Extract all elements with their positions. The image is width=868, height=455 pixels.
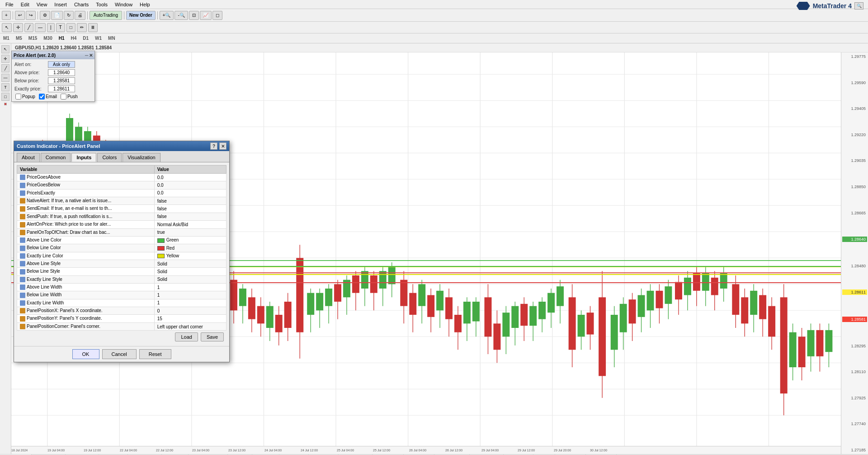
line-btn[interactable]: ╱ (24, 23, 33, 32)
push-checkbox[interactable] (61, 94, 66, 100)
panel-minimize-btn[interactable]: ─ (85, 53, 88, 58)
dialog-close-btn[interactable]: ✕ (219, 142, 226, 150)
tf-h1[interactable]: H1 (57, 36, 66, 41)
table-row[interactable]: PriceGoesBelow0.0 (17, 181, 226, 189)
sidebar-line[interactable]: ╱ (1, 64, 9, 72)
sidebar-hline[interactable]: — (1, 74, 9, 82)
menu-tools[interactable]: Tools (92, 0, 111, 9)
variable-cell: PanelOnTopOfChart: Draw chart as bac... (17, 228, 155, 236)
redo-btn[interactable]: ↪ (26, 11, 36, 20)
crosshair-btn[interactable]: ✛ (13, 23, 23, 32)
cursor-btn[interactable]: ↖ (2, 23, 12, 32)
tf-w1[interactable]: W1 (94, 36, 103, 41)
menu-help[interactable]: Help (136, 0, 154, 9)
tf-m15[interactable]: M15 (27, 36, 38, 41)
tab-about[interactable]: About (17, 153, 40, 162)
table-row[interactable]: PanelPositionCorner: Panel's corner.Left… (17, 322, 226, 330)
table-row[interactable]: NativeAlert: If true, a native alert is … (17, 197, 226, 205)
table-row[interactable]: PanelPositionX: Panel's X coordinate.0 (17, 307, 226, 315)
vline-btn[interactable]: | (47, 23, 55, 32)
zoom-out-btn[interactable]: -🔍 (175, 11, 188, 20)
tab-common[interactable]: Common (41, 153, 71, 162)
svg-rect-126 (484, 297, 491, 337)
brush-btn[interactable]: ✏ (77, 23, 87, 32)
popup-checkbox[interactable] (15, 94, 21, 100)
tf-m5[interactable]: M5 (14, 36, 24, 41)
time-label-14: 29 Jul 12:00 (518, 449, 535, 452)
below-price-value[interactable]: 1.28581 (48, 77, 75, 84)
tab-visualization[interactable]: Visualization (123, 153, 160, 162)
svg-rect-82 (275, 315, 283, 332)
template-btn[interactable]: 📄 (51, 11, 63, 20)
tab-inputs[interactable]: Inputs (71, 153, 96, 162)
zoom-in-btn[interactable]: +🔍 (160, 11, 174, 20)
above-price-value[interactable]: 1.28640 (48, 69, 75, 76)
save-btn[interactable]: Save (201, 332, 224, 341)
exactly-price-value[interactable]: 1.28611 (48, 85, 75, 92)
table-row[interactable]: PanelPositionY: Panel's Y coordinate.15 (17, 315, 226, 322)
tf-mn[interactable]: MN (107, 36, 117, 41)
below-price-row: Below price: 1.28581 (14, 77, 92, 84)
table-row[interactable]: Below Line StyleSolid (17, 268, 226, 275)
sidebar-arrow[interactable]: ↖ (1, 45, 9, 53)
table-row[interactable]: Exactly Line StyleSolid (17, 275, 226, 283)
table-row[interactable]: Above Line ColorGreen (17, 236, 226, 244)
table-row[interactable]: PriceGoesAbove0.0 (17, 174, 226, 181)
sidebar-colors[interactable] (4, 103, 7, 105)
cancel-btn[interactable]: Cancel (102, 349, 137, 359)
table-row[interactable]: PanelOnTopOfChart: Draw chart as bac...t… (17, 228, 226, 236)
menu-charts[interactable]: Charts (71, 0, 92, 9)
svg-rect-106 (388, 267, 396, 284)
table-row[interactable]: SendEmail: If true, an e-mail is sent to… (17, 205, 226, 213)
fibonacci-btn[interactable]: Ⅲ (88, 23, 98, 32)
table-row[interactable]: Above Line Width1 (17, 284, 226, 291)
menu-insert[interactable]: Insert (51, 0, 71, 9)
table-row[interactable]: Below Line ColorRed (17, 244, 226, 252)
autotrading-btn[interactable]: AutoTrading (90, 11, 122, 20)
ok-btn[interactable]: OK (72, 349, 99, 359)
new-order-btn[interactable]: New Order (126, 11, 156, 20)
menu-window[interactable]: Window (111, 0, 136, 9)
sidebar-text[interactable]: T (1, 83, 9, 91)
tf-d1[interactable]: D1 (81, 36, 90, 41)
price-7: 1.28665 (842, 211, 867, 215)
custom-indicator-dialog[interactable]: Custom Indicator - PriceAlert Panel ? ✕ … (14, 141, 230, 362)
table-row[interactable]: SendPush: If true, a push notification i… (17, 213, 226, 220)
rect-btn[interactable]: □ (66, 23, 75, 32)
reset-btn[interactable]: Reset (139, 349, 171, 359)
menu-view[interactable]: View (33, 0, 51, 9)
expert-btn[interactable]: ⚙ (40, 11, 50, 20)
menu-file[interactable]: File (2, 0, 17, 9)
search-icon[interactable]: 🔍 (854, 2, 863, 9)
undo-btn[interactable]: ↩ (15, 11, 25, 20)
panel-close-btn[interactable]: ✕ (89, 53, 93, 58)
chart-fit-btn[interactable]: ⊡ (189, 11, 199, 20)
sidebar-crosshair[interactable]: ✛ (1, 55, 9, 63)
dialog-help-btn[interactable]: ? (210, 142, 217, 150)
alert-on-value[interactable]: Ask only (48, 61, 75, 68)
email-checkbox[interactable] (39, 94, 45, 100)
alert-on-row: Alert on: Ask only (14, 61, 92, 68)
price-2: 1.29590 (842, 81, 867, 85)
new-chart-btn[interactable]: + (2, 11, 11, 20)
hline-btn[interactable]: — (35, 23, 46, 32)
table-row[interactable]: Above Line StyleSolid (17, 260, 226, 267)
tf-m1[interactable]: M1 (2, 36, 11, 41)
tab-colors[interactable]: Colors (97, 153, 122, 162)
indicators-btn[interactable]: 📈 (200, 11, 212, 20)
table-row[interactable]: Below Line Width1 (17, 291, 226, 299)
objects-btn[interactable]: ◻ (212, 11, 222, 20)
table-row[interactable]: AlertOnPrice: Which price to use for ale… (17, 221, 226, 228)
table-row[interactable]: Exactly Line ColorYellow (17, 252, 226, 260)
print-btn[interactable]: 🖨 (75, 11, 85, 20)
tf-h4[interactable]: H4 (70, 36, 78, 41)
tf-m30[interactable]: M30 (42, 36, 53, 41)
load-btn[interactable]: Load (175, 332, 198, 341)
table-row[interactable]: Exactly Line Width1 (17, 299, 226, 307)
symbol-text: GBPUSD,H1 1.28620 1.28640 1.28581 1.2858… (15, 45, 112, 50)
sidebar-rect[interactable]: □ (1, 93, 9, 101)
refresh-btn[interactable]: ↻ (64, 11, 74, 20)
table-row[interactable]: PriceIsExactly0.0 (17, 189, 226, 197)
text-btn[interactable]: T (56, 23, 65, 32)
menu-edit[interactable]: Edit (17, 0, 33, 9)
